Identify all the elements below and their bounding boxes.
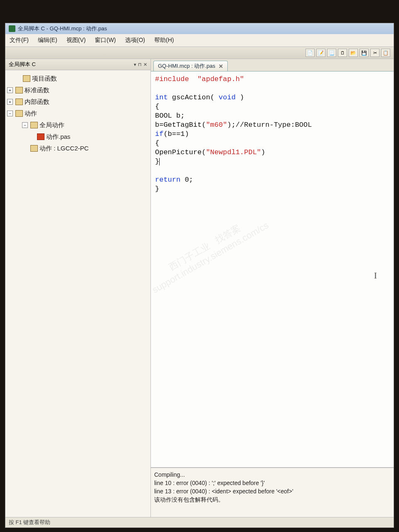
menu-file[interactable]: 文件(F) xyxy=(10,37,29,44)
code-token: "apdefap.h" xyxy=(197,75,244,83)
sidebar: 全局脚本 C ▾ ⊓ ✕ 项目函数 + 标准函数 xyxy=(5,59,151,517)
code-token: OpenPicture( xyxy=(155,148,206,156)
tree-item-global-actions[interactable]: − 全局动作 xyxy=(7,119,149,131)
code-token: 0; xyxy=(180,176,193,184)
folder-icon xyxy=(30,145,38,152)
action-file-icon xyxy=(37,133,44,140)
sidebar-close-icon[interactable]: ✕ xyxy=(143,62,147,67)
code-token: int xyxy=(155,94,168,101)
tool-open-icon[interactable]: 📂 xyxy=(349,49,358,57)
tab-label: GQ-HMI.mcp : 动作.pas xyxy=(158,62,215,70)
code-token: } xyxy=(155,158,159,165)
tree-item-actions[interactable]: − 动作 xyxy=(7,108,149,119)
tab-action-pas[interactable]: GQ-HMI.mcp : 动作.pas ✕ xyxy=(153,61,228,71)
text-caret-icon xyxy=(159,158,160,165)
folder-icon xyxy=(15,110,23,117)
output-line: line 13 : error (0040) : <ident> expecte… xyxy=(154,487,390,495)
code-token: return xyxy=(155,176,180,184)
tool-new-icon[interactable]: 📄 xyxy=(305,49,315,57)
statusbar: 按 F1 键查看帮助 xyxy=(5,517,394,527)
app-window: 全局脚本 C - GQ-HMI.mcp : 动作.pas 文件(F) 编辑(E)… xyxy=(5,23,394,528)
sidebar-dropdown-icon[interactable]: ▾ xyxy=(134,62,136,67)
editor-tabs: GQ-HMI.mcp : 动作.pas ✕ xyxy=(151,59,394,71)
output-panel[interactable]: Compiling... line 10 : error (0040) : ';… xyxy=(151,467,394,517)
code-token: } xyxy=(155,185,159,193)
toolbar: 📄 📝 📃 🗒 📂 💾 ✂ 📋 xyxy=(5,47,394,59)
tool-cut-icon[interactable]: ✂ xyxy=(370,49,379,57)
tool-page-icon[interactable]: 📃 xyxy=(327,49,336,57)
app-icon xyxy=(9,25,15,32)
collapse-icon[interactable]: − xyxy=(22,122,28,128)
tree-item-standard-fn[interactable]: + 标准函数 xyxy=(7,84,149,96)
code-token: "Newpdl1.PDL" xyxy=(206,148,261,156)
main-area: GQ-HMI.mcp : 动作.pas ✕ #include "apdefap.… xyxy=(151,59,394,517)
tree-item-action-pas[interactable]: 动作.pas xyxy=(7,131,149,143)
expand-icon[interactable]: + xyxy=(7,87,13,93)
menu-window[interactable]: 窗口(W) xyxy=(95,37,116,44)
menubar: 文件(F) 编辑(E) 视图(V) 窗口(W) 选项(O) 帮助(H) xyxy=(5,34,394,47)
status-text: 按 F1 键查看帮助 xyxy=(9,519,50,525)
code-token: b=GetTagBit( xyxy=(155,121,206,129)
expand-icon[interactable]: + xyxy=(7,99,13,105)
folder-icon xyxy=(15,99,23,105)
tab-close-icon[interactable]: ✕ xyxy=(219,63,223,69)
output-line: 该动作没有包含解释代码。 xyxy=(154,495,390,504)
code-token: "m60" xyxy=(206,121,227,129)
code-token: BOOL b; xyxy=(155,112,185,120)
code-token: void xyxy=(219,94,236,101)
menu-edit[interactable]: 编辑(E) xyxy=(38,37,57,44)
ibeam-cursor-icon: I xyxy=(374,271,377,280)
output-line: Compiling... xyxy=(154,470,390,479)
tool-save-icon[interactable]: 💾 xyxy=(360,49,369,57)
tree-item-action-pc[interactable]: 动作 : LGCC2-PC xyxy=(7,143,149,154)
code-editor[interactable]: #include "apdefap.h" int gscAction( void… xyxy=(151,71,394,467)
titlebar[interactable]: 全局脚本 C - GQ-HMI.mcp : 动作.pas xyxy=(5,23,394,34)
code-token: (b==1) xyxy=(163,130,189,138)
sidebar-header: 全局脚本 C ▾ ⊓ ✕ xyxy=(5,59,150,70)
sidebar-pin-icon[interactable]: ⊓ xyxy=(138,62,142,67)
code-token: ) xyxy=(236,94,244,101)
output-line: line 10 : error (0040) : ';' expected be… xyxy=(154,479,390,487)
tree-item-project-fn[interactable]: 项目函数 xyxy=(7,73,149,84)
tree-view: 项目函数 + 标准函数 + 内部函数 − 动作 − xyxy=(5,70,150,157)
tool-copy-icon[interactable]: 📋 xyxy=(381,49,390,57)
window-title: 全局脚本 C - GQ-HMI.mcp : 动作.pas xyxy=(18,25,107,32)
code-token: { xyxy=(155,103,159,111)
tree-item-internal-fn[interactable]: + 内部函数 xyxy=(7,96,149,108)
collapse-icon[interactable]: − xyxy=(7,111,13,116)
sidebar-title: 全局脚本 C xyxy=(9,61,36,68)
tool-doc-icon[interactable]: 🗒 xyxy=(338,49,347,57)
menu-view[interactable]: 视图(V) xyxy=(66,37,86,44)
menu-help[interactable]: 帮助(H) xyxy=(154,37,174,44)
folder-icon xyxy=(15,87,23,94)
code-token: ) xyxy=(261,148,265,156)
menu-options[interactable]: 选项(O) xyxy=(125,37,145,44)
folder-icon xyxy=(23,75,30,82)
code-token: #include xyxy=(155,75,189,83)
code-token: ); xyxy=(227,121,235,129)
code-token: { xyxy=(155,139,159,147)
tool-script-icon[interactable]: 📝 xyxy=(316,49,325,57)
code-token: gscAction( xyxy=(168,94,219,101)
code-token: //Return-Type:BOOL xyxy=(236,121,312,129)
folder-icon xyxy=(30,122,38,128)
code-token: if xyxy=(155,130,163,138)
